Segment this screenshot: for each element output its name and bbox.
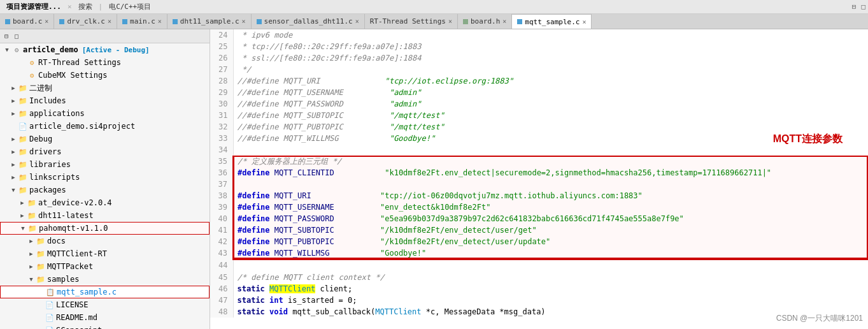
tab-close[interactable]: × <box>242 18 246 25</box>
sidebar-item-label: pahomqtt-v1.1.0 <box>39 224 108 233</box>
line-number: 25 <box>210 41 233 52</box>
code-row-34: 34 <box>210 144 868 156</box>
sidebar-item-mqttclient-rt[interactable]: ▶ 📁 MQTTClient-RT <box>0 247 210 260</box>
file-icon: 📄 <box>18 121 28 131</box>
sidebar-item-project-root[interactable]: ▼ ⚙ article_demo [Active - Debug] <box>0 43 210 56</box>
sidebar-item-docs[interactable]: ▶ 📁 docs <box>0 235 210 247</box>
sidebar-item-label: 二进制 <box>29 83 52 94</box>
code-row-29: 29 //#define MQTT_USERNAME "admin" <box>210 87 868 98</box>
sidebar-item-debug[interactable]: ▶ 📁 Debug <box>0 133 210 145</box>
code-row-35: 35 /* 定义服务器上的三元组 */ <box>210 156 868 167</box>
tab-rt-settings[interactable]: RT-Thread Settings × <box>365 14 458 29</box>
sidebar-item-applications[interactable]: ▶ 📁 applications <box>0 107 210 120</box>
c-file-icon: 📋 <box>45 287 55 297</box>
sidebar-item-sconscript[interactable]: ▶ 📄 SConscript <box>0 324 210 329</box>
code-row-46: 46 static MQTTClient client; <box>210 283 868 295</box>
code-row-30: 30 //#define MQTT_PASSWORD "admin" <box>210 98 868 110</box>
expand-arrow: ▶ <box>27 237 36 245</box>
tab-close[interactable]: × <box>355 18 359 25</box>
mqtt-annotation: MQTT连接参数 <box>773 133 843 146</box>
sidebar-item-pahomqtt[interactable]: ▼ 📁 pahomqtt-v1.1.0 <box>0 222 210 235</box>
code-row-31: 31 //#define MQTT_SUBTOPIC "/mqtt/test" <box>210 110 868 121</box>
tab-close[interactable]: × <box>448 18 452 25</box>
sidebar-item-si4project[interactable]: ▶ 📄 article_demo.si4project <box>0 120 210 133</box>
sidebar-item-license[interactable]: ▶ 📄 LICENSE <box>0 298 210 311</box>
line-number: 34 <box>210 144 233 156</box>
line-number: 39 <box>210 201 233 213</box>
line-number: 43 <box>210 247 233 260</box>
code-content: * tcp://[fe80::20c:29ff:fe9a:a07e]:1883 <box>233 41 868 52</box>
sidebar-item-rt-settings[interactable]: ▶ ⚙ RT-Thread Settings <box>0 56 210 69</box>
tab-drv-clk-c[interactable]: drv_clk.c × <box>54 14 117 29</box>
sidebar-item-mqttpacket[interactable]: ▶ 📁 MQTTPacket <box>0 260 210 273</box>
tab-close[interactable]: × <box>45 18 48 25</box>
expand-arrow: ▶ <box>9 84 18 92</box>
tab-board-c[interactable]: board.c × <box>0 14 54 29</box>
tab-mqtt-sample-c[interactable]: mqtt_sample.c × <box>512 14 592 29</box>
tab-sensor-dallas[interactable]: sensor_dallas_dht11.c × <box>252 14 365 29</box>
expand-arrow: ▶ <box>27 249 36 258</box>
line-number: 32 <box>210 121 233 133</box>
expand-arrow: ▶ <box>9 135 18 143</box>
tab-board-h[interactable]: board.h × <box>458 14 512 29</box>
sidebar-item-cubemx[interactable]: ▶ ⚙ CubeMX Settings <box>0 69 210 82</box>
top-bar: 项目资源管理... × 搜索 | 电C/C++项目 ⊟ □ <box>0 0 868 14</box>
tab-label: RT-Thread Settings <box>370 17 446 26</box>
sidebar-item-linkscripts[interactable]: ▶ 📁 linkscripts <box>0 171 210 184</box>
tab-close[interactable]: × <box>582 18 586 26</box>
expand-arrow: ▶ <box>9 173 18 182</box>
tab-file-icon <box>59 19 64 24</box>
code-row-33: 33 //#define MQTT_WILLMSG "Goodbye!" <box>210 133 868 144</box>
top-bar-project-manager[interactable]: 项目资源管理... <box>3 2 65 11</box>
sidebar-item-samples[interactable]: ▼ 📁 samples <box>0 273 210 286</box>
code-row-37: 37 <box>210 179 868 190</box>
top-bar-search[interactable]: 搜索 <box>75 2 96 11</box>
sidebar-item-at-device[interactable]: ▶ 📁 at_device-v2.0.4 <box>0 196 210 209</box>
sidebar-item-packages[interactable]: ▼ 📁 packages <box>0 184 210 196</box>
sidebar-item-includes[interactable]: ▶ 📁 Includes <box>0 94 210 107</box>
sidebar-item-binary[interactable]: ▶ 📁 二进制 <box>0 82 210 94</box>
sidebar-toolbar: ⊟ □ <box>0 29 210 43</box>
tab-close[interactable]: × <box>158 18 162 25</box>
file-icon: 📄 <box>45 325 55 329</box>
sidebar-item-libraries[interactable]: ▶ 📁 libraries <box>0 158 210 171</box>
collapse-btn[interactable]: ⊟ <box>852 3 857 11</box>
code-content: static int is_started = 0; <box>233 295 868 306</box>
tab-label: board.h <box>471 17 500 26</box>
code-row-26: 26 * ssl://[fe80::20c:29ff:fe9a:a07e]:18… <box>210 52 868 64</box>
sidebar-item-mqtt-sample-c[interactable]: ▶ 📋 mqtt_sample.c <box>0 286 210 298</box>
line-number: 24 <box>210 29 233 41</box>
line-number: 28 <box>210 75 233 87</box>
sidebar-item-label: dht11-latest <box>38 211 94 220</box>
sidebar-item-readme[interactable]: ▶ 📄 README.md <box>0 311 210 324</box>
expand-arrow: ▶ <box>9 147 18 156</box>
line-number: 29 <box>210 87 233 98</box>
code-area[interactable]: MQTT连接参数 24 * ipv6 mode 25 * tcp://[fe80… <box>210 29 868 329</box>
code-row-24: 24 * ipv6 mode <box>210 29 868 41</box>
tab-close[interactable]: × <box>108 18 111 25</box>
sidebar-item-dht11[interactable]: ▶ 📁 dht11-latest <box>0 209 210 222</box>
code-row-28: 28 //#define MQTT_URI "tcp://iot.eclipse… <box>210 75 868 87</box>
code-row-45: 45 /* define MQTT client context */ <box>210 272 868 283</box>
folder-icon: 📁 <box>18 108 28 119</box>
code-row-40: 40 #define MQTT_PASSWORD "e5ea969b037d9a… <box>210 213 868 224</box>
tab-main-c[interactable]: main.c × <box>117 14 167 29</box>
line-number: 38 <box>210 190 233 201</box>
top-bar-cpp[interactable]: 电C/C++项目 <box>105 2 155 11</box>
tab-close[interactable]: × <box>502 18 506 25</box>
code-content: //#define MQTT_SUBTOPIC "/mqtt/test" <box>233 110 868 121</box>
sidebar-item-label: samples <box>47 275 80 284</box>
code-content: /* 定义服务器上的三元组 */ <box>233 156 868 167</box>
maximize-btn[interactable]: □ <box>861 3 865 11</box>
sidebar-expand-btn[interactable]: □ <box>13 32 20 40</box>
settings-icon: ⚙ <box>27 57 37 68</box>
code-content <box>233 179 868 190</box>
code-content: //#define MQTT_PASSWORD "admin" <box>233 98 868 110</box>
code-row-27: 27 */ <box>210 64 868 75</box>
line-number: 33 <box>210 133 233 144</box>
sidebar-collapse-btn[interactable]: ⊟ <box>3 32 10 40</box>
tab-dht11-sample-c[interactable]: dht11_sample.c × <box>167 14 252 29</box>
tab-label: sensor_dallas_dht11.c <box>264 17 353 26</box>
code-content: #define MQTT_WILLMSG "Goodbye!" <box>233 247 868 260</box>
sidebar-item-drivers[interactable]: ▶ 📁 drivers <box>0 145 210 158</box>
